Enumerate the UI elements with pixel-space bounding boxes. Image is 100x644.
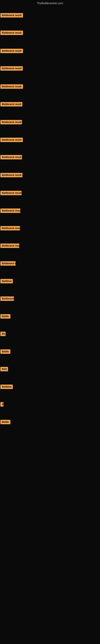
bottleneck-result-row-9: Bottleneck result <box>0 155 22 160</box>
bottleneck-result-row-6: Bottleneck result <box>0 102 22 107</box>
bottleneck-result-row-16: Bottlene <box>0 279 13 284</box>
bottleneck-result-row-2: Bottleneck result <box>0 30 23 36</box>
bottleneck-result-badge-4[interactable]: Bottleneck result <box>0 66 23 71</box>
bottleneck-result-badge-24[interactable]: Bottle <box>0 420 10 424</box>
bottleneck-result-row-19: Bo <box>0 332 6 337</box>
bottleneck-result-badge-12[interactable]: Bottleneck resul <box>0 208 20 213</box>
bottleneck-result-badge-7[interactable]: Bottleneck result <box>0 120 22 124</box>
bottleneck-result-row-10: Bottleneck result <box>0 173 22 178</box>
bottleneck-result-badge-10[interactable]: Bottleneck result <box>0 173 22 177</box>
bottleneck-result-row-7: Bottleneck result <box>0 120 22 125</box>
bottleneck-result-row-8: Bottleneck result <box>0 138 23 143</box>
bottleneck-result-row-11: Bottleneck result <box>0 191 22 196</box>
bottleneck-result-badge-8[interactable]: Bottleneck result <box>0 138 23 142</box>
bottleneck-result-badge-18[interactable]: Bottle <box>0 314 10 318</box>
bottleneck-result-row-12: Bottleneck resul <box>0 208 20 214</box>
bottleneck-result-row-17: Bottleneck <box>0 296 14 302</box>
bottleneck-result-badge-16[interactable]: Bottlene <box>0 279 13 283</box>
bottleneck-result-badge-21[interactable]: Bott <box>0 367 8 371</box>
bottleneck-result-badge-17[interactable]: Bottleneck <box>0 296 14 301</box>
bottleneck-result-badge-6[interactable]: Bottleneck result <box>0 102 22 106</box>
bottleneck-result-row-22: Bottlene <box>0 384 13 390</box>
bottleneck-result-badge-15[interactable]: Bottleneck r <box>0 261 16 266</box>
bottleneck-result-badge-13[interactable]: Bottleneck result <box>0 226 20 230</box>
results-container: Bottleneck resultBottleneck resultBottle… <box>0 6 100 640</box>
bottleneck-result-row-21: Bott <box>0 367 8 372</box>
bottleneck-result-badge-14[interactable]: Bottleneck result <box>0 244 19 248</box>
bottleneck-result-badge-23[interactable]: B <box>0 402 3 406</box>
bottleneck-result-row-3: Bottleneck result <box>0 49 23 54</box>
bottleneck-result-badge-19[interactable]: Bo <box>0 332 6 336</box>
bottleneck-result-badge-5[interactable]: Bottleneck result <box>0 84 23 89</box>
bottleneck-result-badge-2[interactable]: Bottleneck result <box>0 30 23 35</box>
bottleneck-result-row-1: Bottleneck result <box>0 13 23 18</box>
bottleneck-result-row-18: Bottle <box>0 314 10 320</box>
site-title-container: TheBottlenecker.com <box>0 0 100 6</box>
bottleneck-result-badge-1[interactable]: Bottleneck result <box>0 13 23 18</box>
bottleneck-result-badge-9[interactable]: Bottleneck result <box>0 155 22 160</box>
bottleneck-result-badge-11[interactable]: Bottleneck result <box>0 191 22 195</box>
bottleneck-result-row-5: Bottleneck result <box>0 84 23 90</box>
bottleneck-result-row-14: Bottleneck result <box>0 244 19 249</box>
bottleneck-result-row-20: Bottle <box>0 349 10 354</box>
bottleneck-result-row-13: Bottleneck result <box>0 226 20 231</box>
bottleneck-result-row-24: Bottle <box>0 420 10 425</box>
bottleneck-result-badge-20[interactable]: Bottle <box>0 349 10 354</box>
bottleneck-result-row-4: Bottleneck result <box>0 66 23 72</box>
bottleneck-result-badge-3[interactable]: Bottleneck result <box>0 49 23 53</box>
site-title: TheBottlenecker.com <box>0 0 100 6</box>
bottleneck-result-badge-22[interactable]: Bottlene <box>0 384 13 389</box>
bottleneck-result-row-15: Bottleneck r <box>0 261 16 266</box>
bottleneck-result-row-23: B <box>0 402 3 407</box>
